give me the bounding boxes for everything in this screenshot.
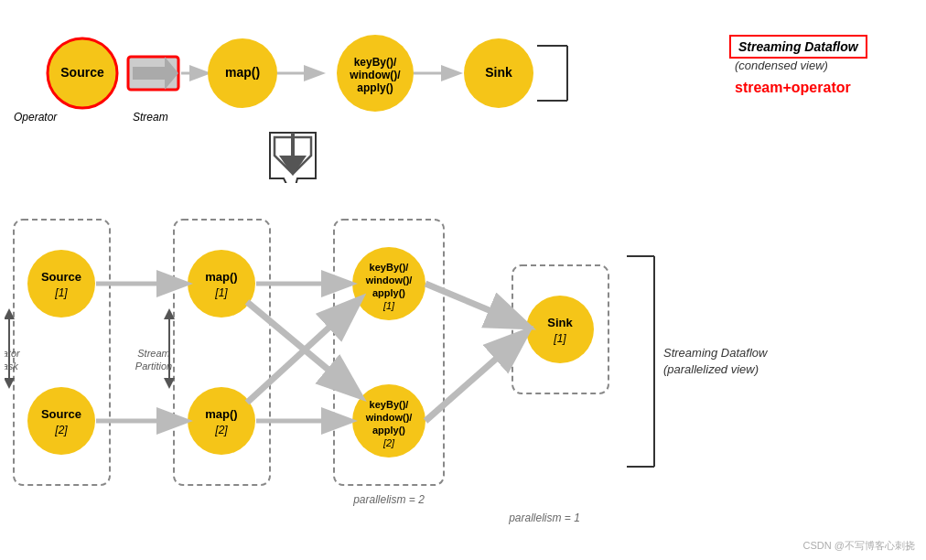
svg-text:[2]: [2] xyxy=(54,424,68,436)
svg-point-29 xyxy=(188,250,255,318)
svg-text:map(): map() xyxy=(205,270,237,284)
svg-text:Source: Source xyxy=(41,407,81,421)
svg-text:apply(): apply() xyxy=(357,81,393,94)
bottom-svg: Source [1] Source [2] map() [1] map() [2… xyxy=(5,210,782,540)
legend-subtitle: (condensed view) xyxy=(735,59,903,72)
svg-text:Sink: Sink xyxy=(547,316,573,329)
svg-text:Source: Source xyxy=(41,270,81,284)
svg-text:[1]: [1] xyxy=(553,332,566,345)
map-top-label: map() xyxy=(225,65,260,80)
legend-condensed: Streaming Dataflow (condensed view) stre… xyxy=(729,35,903,96)
svg-text:apply(): apply() xyxy=(372,425,405,436)
svg-text:Subtask: Subtask xyxy=(5,361,18,372)
svg-text:apply(): apply() xyxy=(372,287,405,298)
svg-text:parallelism = 1: parallelism = 1 xyxy=(508,512,580,524)
watermark: CSDN @不写博客心刺挠 xyxy=(803,539,915,553)
svg-text:keyBy()/: keyBy()/ xyxy=(370,262,409,273)
sink-top-label: Sink xyxy=(485,65,512,80)
svg-text:window()/: window()/ xyxy=(349,69,401,81)
svg-text:Streaming Dataflow: Streaming Dataflow xyxy=(663,346,769,360)
svg-text:(parallelized view): (parallelized view) xyxy=(663,362,759,376)
svg-text:[2]: [2] xyxy=(382,437,395,448)
svg-text:Partition: Partition xyxy=(135,361,172,372)
svg-text:keyBy()/: keyBy()/ xyxy=(370,399,409,410)
svg-text:map(): map() xyxy=(205,407,237,421)
svg-text:[1]: [1] xyxy=(382,300,395,311)
svg-text:window()/: window()/ xyxy=(365,275,413,285)
svg-text:keyBy()/: keyBy()/ xyxy=(354,56,397,69)
top-row-svg: Source map() keyBy()/ window()/ apply() … xyxy=(9,18,650,137)
svg-text:[2]: [2] xyxy=(214,424,228,436)
svg-line-52 xyxy=(425,284,524,325)
operator-label: Operator xyxy=(14,110,57,124)
svg-point-26 xyxy=(27,387,95,455)
svg-point-45 xyxy=(526,296,594,363)
source-top-label: Source xyxy=(60,65,104,80)
svg-point-32 xyxy=(188,387,255,455)
stream-label: Stream xyxy=(133,110,168,124)
svg-text:Operator: Operator xyxy=(5,348,21,359)
svg-line-53 xyxy=(425,334,524,421)
svg-text:[1]: [1] xyxy=(214,286,228,299)
svg-text:Stream: Stream xyxy=(137,348,169,359)
legend-title: Streaming Dataflow xyxy=(729,35,867,59)
diagram-container: Source map() keyBy()/ window()/ apply() … xyxy=(0,0,926,560)
svg-point-23 xyxy=(27,250,95,318)
svg-text:[1]: [1] xyxy=(54,286,68,299)
legend-formula: stream+operator xyxy=(735,80,903,96)
transform-arrow xyxy=(265,128,320,183)
svg-text:parallelism = 2: parallelism = 2 xyxy=(352,493,425,506)
svg-text:window()/: window()/ xyxy=(365,412,413,423)
